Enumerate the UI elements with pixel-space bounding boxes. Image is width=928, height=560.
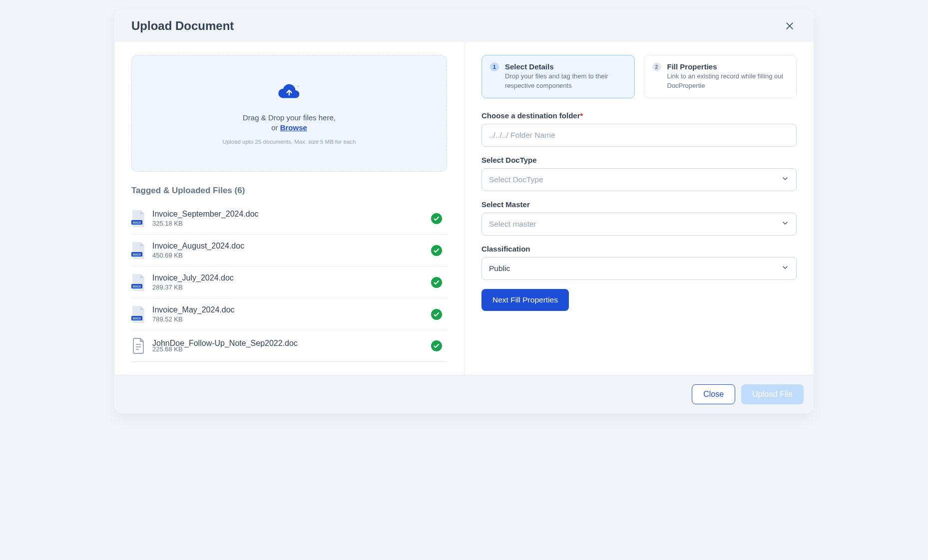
chevron-down-icon [781,264,789,274]
file-name: Invoice_May_2024.doc [152,305,424,314]
docx-file-icon: DOCX [131,274,145,291]
list-item[interactable]: JohnDoe_Follow-Up_Note_Sep2022.doc 225.6… [131,330,447,362]
file-size: 325.18 KB [152,220,424,227]
dropzone-hint: Upload upto 25 documents, Max. size 5 MB… [222,139,356,145]
master-label: Select Master [481,200,797,209]
file-name: Invoice_September_2024.doc [152,210,424,219]
classification-label: Classification [481,245,797,253]
list-item[interactable]: DOCX Invoice_July_2024.doc 289.37 KB [131,267,447,298]
step-select-details[interactable]: 1 Select Details Drop your files and tag… [481,55,635,98]
modal-footer: Close Upload File [114,375,814,413]
close-button[interactable]: Close [692,384,735,404]
doctype-select[interactable]: Select DocType [481,168,797,191]
uploaded-files-title: Tagged & Uploaded Files (6) [131,186,447,196]
docx-file-icon: DOCX [131,306,145,323]
master-select[interactable]: Select master [481,213,797,236]
file-size: 289.37 KB [152,283,424,291]
dropzone[interactable]: Drag & Drop your files here, or Browse U… [131,55,447,172]
destination-folder-input[interactable] [481,124,797,147]
doc-file-icon [131,337,145,354]
file-size: 225.68 KB [152,345,424,353]
file-list: DOCX Invoice_September_2024.doc 325.18 K… [131,203,447,362]
left-pane: Drag & Drop your files here, or Browse U… [114,42,464,375]
file-size: 450.69 KB [152,252,424,259]
modal-title: Upload Document [131,19,234,33]
close-icon[interactable] [783,19,797,33]
list-item[interactable]: DOCX Invoice_May_2024.doc 789.52 KB [131,298,447,330]
step-desc: Drop your files and tag them to their re… [505,72,626,91]
svg-text:DOCX: DOCX [133,316,141,319]
modal-header: Upload Document [114,10,814,42]
chevron-down-icon [781,175,789,185]
svg-point-2 [298,86,299,87]
browse-link[interactable]: Browse [280,123,307,132]
check-circle-icon [431,277,442,288]
upload-document-modal: Upload Document Drag & Drop your files h… [114,10,814,413]
file-name: Invoice_August_2024.doc [152,242,424,251]
step-number-badge: 1 [490,62,499,71]
check-circle-icon [431,309,442,320]
svg-text:DOCX: DOCX [133,284,141,287]
doctype-label: Select DocType [481,156,797,164]
next-button[interactable]: Next Fill Properties [481,289,569,311]
check-circle-icon [431,213,442,224]
check-circle-icon [431,245,442,256]
file-name: Invoice_July_2024.doc [152,274,424,282]
required-star: * [580,111,583,120]
list-item[interactable]: DOCX Invoice_September_2024.doc 325.18 K… [131,203,447,235]
upload-file-button[interactable]: Upload File [741,384,804,404]
docx-file-icon: DOCX [131,242,145,259]
right-pane: 1 Select Details Drop your files and tag… [464,42,814,375]
step-number-badge: 2 [652,62,661,71]
step-fill-properties[interactable]: 2 Fill Properties Link to an existing re… [644,55,797,98]
dropzone-text: Drag & Drop your files here, or Browse [243,113,336,133]
svg-text:DOCX: DOCX [133,253,141,256]
step-title: Fill Properties [667,62,789,71]
folder-label: Choose a destination folder* [481,111,797,120]
docx-file-icon: DOCX [131,210,145,227]
file-size: 789.52 KB [152,315,424,323]
cloud-upload-icon [277,82,302,104]
svg-text:DOCX: DOCX [133,221,141,224]
step-desc: Link to an existing record while filling… [667,72,789,91]
classification-select[interactable]: Public [481,257,797,280]
list-item[interactable]: DOCX Invoice_August_2024.doc 450.69 KB [131,235,447,267]
check-circle-icon [431,340,442,351]
chevron-down-icon [781,219,789,229]
step-title: Select Details [505,62,626,71]
step-row: 1 Select Details Drop your files and tag… [481,55,797,98]
